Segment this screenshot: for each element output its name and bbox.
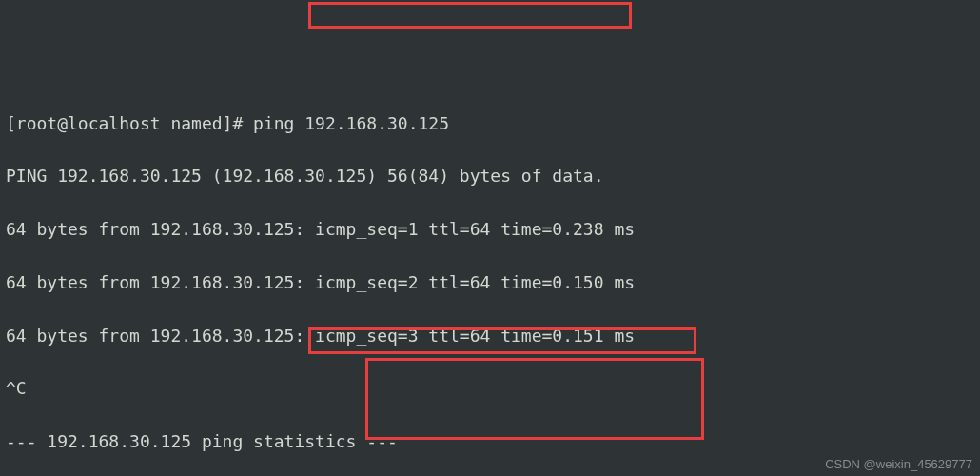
terminal-output: PING 192.168.30.125 (192.168.30.125) 56(… (6, 163, 974, 189)
ping-command: ping 192.168.30.125 (253, 113, 449, 133)
terminal-output: 64 bytes from 192.168.30.125: icmp_seq=3… (6, 323, 974, 349)
terminal-output: --- 192.168.30.125 ping statistics --- (6, 428, 974, 455)
terminal-output: 64 bytes from 192.168.30.125: icmp_seq=2… (6, 269, 974, 296)
shell-prompt: [root@localhost named]# (6, 113, 253, 133)
highlight-box-ping (308, 2, 632, 29)
terminal-line: [root@localhost named]# ping 192.168.30.… (6, 110, 974, 137)
terminal-output: ^C (6, 375, 974, 402)
terminal-output: 64 bytes from 192.168.30.125: icmp_seq=1… (6, 216, 974, 243)
watermark: CSDN @weixin_45629777 (825, 455, 972, 474)
